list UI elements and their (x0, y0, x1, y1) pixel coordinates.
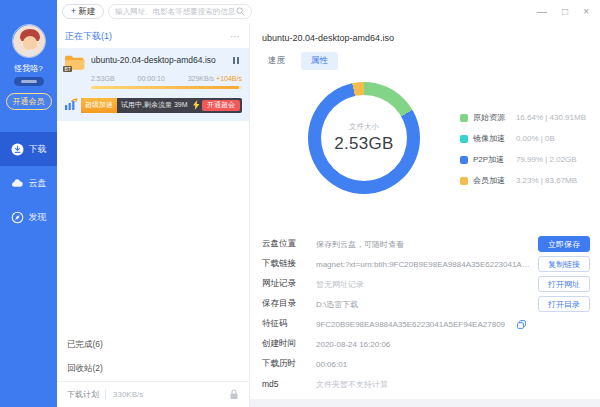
detail-title: ubuntu-20.04-desktop-amd64.iso (250, 23, 600, 43)
detail-row-value: 2020-08-24 16:20:06 (316, 340, 590, 349)
bottom-strip (250, 399, 600, 407)
sidebar-item-label: 发现 (29, 211, 47, 224)
minimize-button[interactable]: — (537, 7, 547, 17)
cloud-icon (11, 177, 24, 190)
bt-badge: BT (63, 66, 72, 72)
open-membership-button[interactable]: 开通会员 (6, 93, 52, 110)
download-plan-label: 下载计划 (67, 389, 99, 400)
sidebar-item-cloud[interactable]: 云盘 (0, 166, 57, 200)
vip-badge (14, 77, 44, 86)
legend-name: 会员加速 (473, 175, 510, 186)
download-file-name: ubuntu-20.04-desktop-amd64.iso (91, 53, 228, 65)
tab-speed[interactable]: 速度 (258, 52, 295, 70)
elapsed-time: 00:00:10 (138, 75, 165, 82)
donut-center: 文件大小 2.53GB (308, 82, 420, 194)
sidebar-item-download[interactable]: 下载 (0, 132, 57, 166)
list-header: 正在下载(1) ⋯ (57, 23, 249, 48)
legend-swatch (460, 177, 468, 185)
legend-item: 原始资源16.64% | 430.91MB (460, 112, 586, 123)
legend-stat: 0.00% | 0B (516, 134, 555, 143)
download-item-meta: 2.53GB 00:00:10 329KB/s +104B/s (91, 75, 242, 82)
promo-tag: 超级加速 (81, 98, 117, 113)
search-input[interactable] (115, 7, 236, 16)
detail-row-value: D:\迅雷下载 (316, 299, 538, 310)
detail-row-value: magnet:?xt=urn:btih:9FC20B9E98EA9884A35E… (316, 260, 538, 269)
detail-panel: ubuntu-20.04-desktop-amd64.iso 速度属性 文件大小… (250, 23, 600, 407)
detail-row-value: 保存到云盘，可随时查看 (316, 239, 538, 250)
legend-stat: 3.23% | 83.67MB (516, 176, 577, 185)
promo-banner: 超级加速 试用中,剩余流量 39M 开通超会 (81, 98, 242, 113)
detail-row-action-button[interactable]: 立即保存 (538, 236, 590, 252)
legend-item: 镜像加速0.00% | 0B (460, 133, 586, 144)
download-icon (11, 143, 24, 156)
sidebar-item-label: 下载 (29, 143, 47, 156)
tab-properties[interactable]: 属性 (301, 52, 338, 70)
sidebar-item-label: 云盘 (29, 177, 47, 190)
detail-row-label: 云盘位置 (262, 238, 316, 250)
detail-row-action-button[interactable]: 打开目录 (538, 296, 590, 312)
detail-tabs: 速度属性 (250, 43, 600, 70)
detail-row-label: 网址记录 (262, 278, 316, 290)
file-size: 2.53GB (91, 75, 115, 82)
maximize-button[interactable]: □ (562, 7, 568, 17)
detail-row: 下载历时00:06:01 (262, 354, 590, 374)
detail-row: 下载链接magnet:?xt=urn:btih:9FC20B9E98EA9884… (262, 254, 590, 274)
download-plan-value: 330KB/s (105, 390, 143, 399)
download-item[interactable]: BT ubuntu-20.04-desktop-amd64.iso 2.53GB… (57, 48, 249, 121)
search-icon[interactable] (236, 7, 245, 16)
list-category-completed[interactable]: 已完成(6) (57, 333, 249, 357)
more-options-icon[interactable]: ⋯ (230, 34, 241, 39)
topbar: + 新建 — □ × (57, 0, 600, 23)
detail-row-action-button[interactable]: 打开网址 (538, 276, 590, 292)
chart-area: 文件大小 2.53GB 原始资源16.64% | 430.91MB镜像加速0.0… (250, 74, 600, 224)
list-footer: 已完成(6)回收站(2) 下载计划 330KB/s (57, 333, 249, 407)
detail-row: md5文件夹暂不支持计算 (262, 374, 590, 394)
detail-row-value: 暂无网址记录 (316, 279, 538, 290)
legend-name: 原始资源 (473, 112, 510, 123)
new-task-button[interactable]: + 新建 (62, 4, 104, 19)
legend-item: P2P加速79.99% | 2.02GB (460, 154, 586, 165)
detail-row-action-button[interactable]: 复制链接 (538, 256, 590, 272)
discover-icon (11, 211, 24, 224)
detail-row: 保存目录D:\迅雷下载打开目录 (262, 294, 590, 314)
legend-name: P2P加速 (473, 154, 510, 165)
detail-row-value: 9FC20B9E98EA9884A35E6223041A5EF94EA27809 (316, 320, 513, 329)
download-speed: 329KB/s (188, 75, 214, 82)
detail-rows: 云盘位置保存到云盘，可随时查看立即保存下载链接magnet:?xt=urn:bt… (250, 234, 600, 394)
window-controls: — □ × (537, 7, 589, 17)
folder-icon: BT (64, 54, 85, 71)
boost-speed: +104B/s (216, 75, 242, 82)
footer-items: 已完成(6)回收站(2) (57, 333, 249, 381)
legend-swatch (460, 156, 468, 164)
download-list-panel: 正在下载(1) ⋯ BT ubuntu-20.04-desktop-amd64.… (57, 23, 250, 407)
lightning-icon (193, 100, 200, 110)
chart-legend: 原始资源16.64% | 430.91MB镜像加速0.00% | 0BP2P加速… (460, 112, 586, 196)
detail-row: 创建时间2020-08-24 16:20:06 (262, 334, 590, 354)
search-box (108, 4, 252, 19)
detail-row-label: 特征码 (262, 318, 316, 330)
legend-stat: 16.64% | 430.91MB (516, 113, 586, 122)
copy-icon[interactable] (517, 320, 526, 329)
list-category-recycle[interactable]: 回收站(2) (57, 357, 249, 381)
detail-row-label: 创建时间 (262, 338, 316, 350)
speedup-icon (64, 96, 78, 114)
detail-row: 云盘位置保存到云盘，可随时查看立即保存 (262, 234, 590, 254)
lock-icon[interactable] (229, 389, 239, 400)
avatar[interactable] (12, 24, 46, 58)
download-progress-bar (91, 86, 242, 89)
legend-swatch (460, 114, 468, 122)
detail-row: 特征码9FC20B9E98EA9884A35E6223041A5EF94EA27… (262, 314, 590, 334)
download-progress-fill (91, 86, 239, 89)
detail-row-label: md5 (262, 379, 316, 389)
upgrade-vip-button[interactable]: 开通超会 (202, 100, 240, 111)
sidebar-item-discover[interactable]: 发现 (0, 200, 57, 234)
legend-name: 镜像加速 (473, 133, 510, 144)
detail-row-label: 下载链接 (262, 258, 316, 270)
detail-row-label: 下载历时 (262, 358, 316, 370)
pause-button[interactable] (233, 57, 239, 64)
username: 怪我咯? (0, 63, 57, 74)
detail-row-value: 文件夹暂不支持计算 (316, 379, 590, 390)
legend-item: 会员加速3.23% | 83.67MB (460, 175, 586, 186)
sidebar: 怪我咯? 开通会员 下载云盘发现 (0, 0, 57, 407)
close-button[interactable]: × (583, 7, 589, 17)
